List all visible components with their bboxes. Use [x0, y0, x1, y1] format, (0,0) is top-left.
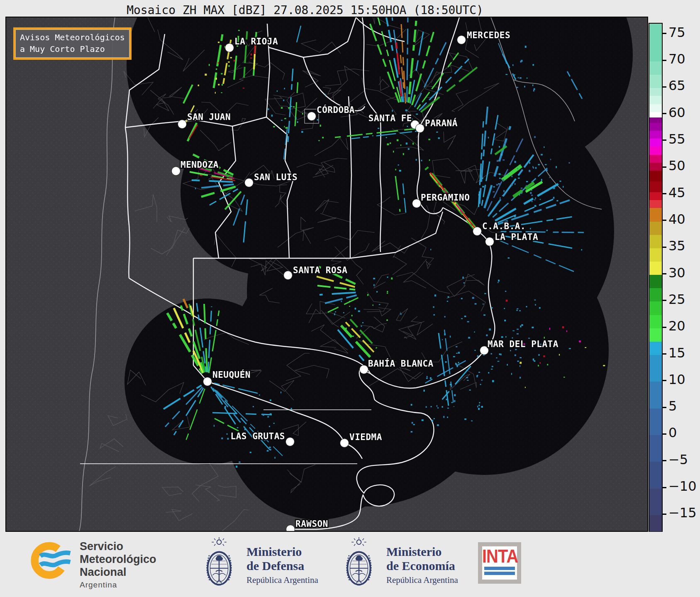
coat-of-arms-icon — [198, 536, 240, 593]
colorbar-tick — [663, 113, 666, 114]
colorbar-tick-label: −15 — [668, 505, 697, 521]
colorbar-segment — [649, 181, 662, 192]
colorbar-segment — [649, 462, 662, 489]
colorbar-segment — [649, 328, 662, 342]
colorbar-segment — [649, 147, 662, 155]
city-dot — [286, 438, 295, 446]
city-dot — [340, 439, 349, 448]
smn-icon — [28, 537, 75, 585]
colorbar-segment — [649, 341, 662, 355]
colorbar-tick — [663, 407, 666, 408]
colorbar-segment — [649, 130, 662, 139]
city-label: MERCEDES — [467, 30, 510, 40]
colorbar-segment — [649, 200, 662, 208]
city-label: LAS GRUTAS — [231, 431, 285, 441]
city-dot — [485, 237, 494, 246]
colorbar-segment — [649, 221, 662, 235]
colorbar-tick-label: 60 — [668, 105, 685, 120]
colorbar-tick-label: 35 — [668, 238, 685, 254]
city-label: NEUQUÉN — [212, 369, 251, 380]
colorbar-segment — [649, 74, 662, 88]
colorbar-tick — [663, 460, 666, 461]
city-label: LA RIOJA — [234, 37, 278, 46]
colorbar-segment — [649, 192, 662, 200]
colorbar-segment — [649, 382, 662, 409]
colorbar-segment — [649, 96, 662, 104]
city-label: C.A.B.A. — [482, 221, 526, 231]
city-dot — [412, 199, 421, 208]
colorbar-segment — [649, 139, 662, 147]
colorbar-tick-label: −10 — [668, 478, 697, 494]
defensa-line1: Ministerio — [246, 545, 318, 559]
colorbar-tick-label: 25 — [668, 291, 685, 307]
city-label: CÓRDOBA — [317, 105, 355, 115]
colorbar-tick — [663, 220, 666, 221]
colorbar-tick-label: 50 — [668, 158, 685, 174]
colorbar-tick — [663, 247, 666, 248]
radar-map: MERCEDESLA RIOJASAN JUANCÓRDOBASANTA FEP… — [5, 17, 648, 532]
colorbar-tick — [663, 327, 666, 328]
colorbar-tick — [663, 300, 666, 301]
city-label: VIEDMA — [349, 432, 382, 442]
colorbar-segment — [649, 515, 662, 531]
city-label: BAHÍA BLANCA — [368, 358, 434, 369]
alert-banner-line2: a Muy Corto Plazo — [20, 43, 125, 55]
colorbar-segment — [649, 435, 662, 462]
economia-line2: de Economía — [386, 559, 458, 573]
city-dot — [416, 124, 424, 133]
colorbar-segment — [649, 104, 662, 112]
colorbar-segment — [649, 122, 662, 131]
colorbar-tick — [663, 514, 666, 515]
colorbar-tick-label: 70 — [668, 51, 685, 67]
colorbar-segment — [649, 117, 662, 122]
city-label: MENDOZA — [180, 160, 219, 170]
colorbar-segment — [649, 288, 662, 302]
colorbar-segment — [649, 24, 662, 61]
inta-wordmark: INTA — [482, 546, 517, 566]
colorbar-tick — [663, 86, 666, 88]
dbz-colorbar — [649, 23, 663, 532]
city-label: PERGAMINO — [421, 193, 470, 203]
city-label: SANTA FE — [368, 113, 412, 123]
inta-bar — [484, 572, 515, 575]
city-dot — [286, 525, 295, 532]
city-dot — [245, 179, 254, 187]
city-dot — [360, 365, 368, 374]
colorbar-tick — [663, 166, 666, 168]
colorbar-tick — [663, 193, 666, 194]
colorbar-segment — [649, 154, 662, 163]
smn-country: Argentina — [80, 580, 156, 590]
colorbar-tick — [663, 273, 666, 274]
city-label: MAR DEL PLATA — [488, 339, 559, 349]
city-dot — [473, 227, 482, 236]
city-label: LA PLATA — [495, 232, 538, 242]
defensa-subtitle: República Argentina — [246, 575, 318, 585]
colorbar-tick — [663, 33, 666, 34]
colorbar-segment — [649, 235, 662, 248]
colorbar-segment — [649, 248, 662, 262]
colorbar-tick-label: −5 — [668, 452, 688, 467]
colorbar-tick-label: 45 — [668, 185, 685, 201]
city-dot — [225, 44, 234, 52]
city-dot — [172, 167, 180, 176]
city-label: SAN LUIS — [254, 172, 298, 182]
colorbar-segment — [649, 208, 662, 222]
coat-of-arms-icon — [338, 536, 380, 593]
city-label: SAN JUAN — [187, 112, 231, 122]
city-dot — [203, 377, 212, 386]
smn-name-line3: Nacional — [80, 566, 156, 579]
colorbar-tick — [663, 487, 666, 488]
ministerio-defensa-logo: Ministerio de Defensa República Argentin… — [198, 536, 318, 593]
colorbar-tick — [663, 353, 666, 355]
colorbar-tick-label: 20 — [668, 318, 685, 334]
colorbar-segment — [649, 488, 662, 515]
city-label: RAWSON — [295, 519, 328, 529]
inta-bar — [484, 567, 515, 570]
alert-banner[interactable]: Avisos Meteorológicos a Muy Corto Plazo — [13, 27, 132, 60]
colorbar-tick — [663, 139, 666, 141]
ministerio-economia-logo: Ministerio de Economía República Argenti… — [338, 536, 458, 593]
radar-product-page: Mosaico ZH MAX [dBZ] 27.08.2025 15:50HOA… — [0, 0, 700, 597]
city-dot — [457, 36, 466, 44]
colorbar-segment — [649, 88, 662, 96]
colorbar-segment — [649, 301, 662, 315]
